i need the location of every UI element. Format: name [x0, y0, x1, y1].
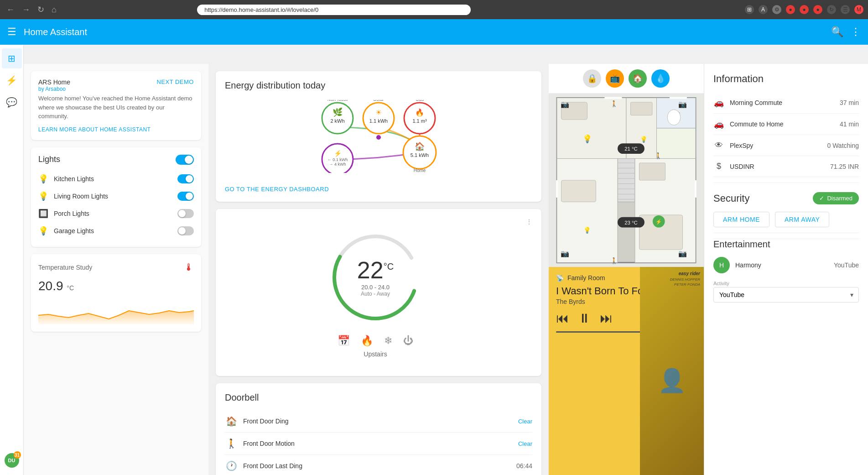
morning-commute-item: 🚗 Morning Commute 37 min	[713, 92, 859, 114]
commute-home-item: 🚗 Commute to Home 41 min	[713, 114, 859, 135]
floorplan-svg: Bath	[549, 94, 704, 267]
floorplan-home-button[interactable]: 🏠	[629, 69, 647, 88]
svg-text:2 kWh: 2 kWh	[330, 118, 344, 124]
album-title-text: easy rider DENNIS HOPPER PETER FONDA	[670, 271, 700, 287]
harmony-avatar: H	[713, 257, 730, 273]
disarmed-badge[interactable]: ✓ Disarmed	[813, 192, 859, 204]
usdinr-label: USDINR	[730, 163, 825, 170]
browser-icon-3: ⚙	[772, 5, 781, 14]
svg-point-43	[667, 110, 681, 125]
music-pause-button[interactable]: ⏸	[578, 311, 591, 326]
right-column: 🔒 📺 🏠 💧 Bath	[549, 64, 704, 475]
thermostat-snowflake-button[interactable]: ❄	[384, 335, 392, 347]
svg-text:💡: 💡	[640, 136, 648, 143]
svg-rect-40	[561, 180, 596, 202]
svg-rect-33	[657, 128, 696, 159]
thermostat-schedule-button[interactable]: 📅	[338, 335, 350, 347]
more-menu-button[interactable]: ⋮	[851, 26, 861, 38]
front-door-ding-clear[interactable]: Clear	[518, 418, 532, 425]
browser-icon-6: ●	[813, 5, 822, 14]
svg-rect-29	[557, 159, 618, 263]
svg-text:🔥: 🔥	[415, 108, 424, 117]
info-panel: Information 🚗 Morning Commute 37 min 🚗 C…	[704, 64, 868, 475]
usdinr-value: 71.25 INR	[830, 163, 859, 170]
sidebar-item-energy[interactable]: ⚡	[2, 70, 22, 90]
avatar-badge: 31	[14, 451, 21, 459]
svg-text:5.1 kWh: 5.1 kWh	[411, 152, 429, 158]
floorplan-lock-button[interactable]: 🔒	[583, 69, 601, 88]
svg-text:🚶: 🚶	[610, 257, 618, 265]
browser-icons: ⊞ A ⚙ ● ● ● ↻ ☰ M	[745, 5, 863, 14]
porch-lights-label: Porch Lights	[54, 210, 172, 217]
music-prev-button[interactable]: ⏮	[556, 311, 569, 326]
svg-text:💡: 💡	[582, 134, 593, 144]
sidebar-item-chat[interactable]: 💬	[2, 92, 22, 112]
sidebar: ⊞ ⚡ 💬 DU 31	[0, 45, 24, 475]
home-button[interactable]: ⌂	[50, 3, 58, 16]
temperature-value: 20.9 °C	[38, 279, 194, 293]
left-panel: ARS Home by Arsaboo NEXT DEMO Welcome ho…	[24, 64, 208, 475]
browser-chrome: ← → ↻ ⌂ https://demo.home-assistant.io/#…	[0, 0, 868, 19]
disarmed-label: Disarmed	[827, 195, 852, 202]
usdinr-icon: $	[713, 162, 724, 171]
porch-lights-toggle[interactable]	[177, 209, 194, 218]
energy-dashboard-link[interactable]: GO TO THE ENERGY DASHBOARD	[225, 186, 329, 193]
thermostat-flame-button[interactable]: 🔥	[361, 335, 373, 347]
usdinr-item: $ USDINR 71.25 INR	[713, 156, 859, 177]
morning-commute-label: Morning Commute	[730, 99, 834, 106]
svg-text:☀: ☀	[375, 109, 382, 116]
activity-select-wrapper: Activity YouTube Netflix Off	[713, 281, 859, 303]
search-button[interactable]: 🔍	[831, 26, 843, 38]
lights-master-toggle[interactable]	[176, 155, 194, 165]
svg-text:23 °C: 23 °C	[624, 220, 638, 225]
thermostat-name: Upstairs	[364, 350, 387, 358]
commute-home-value: 41 min	[840, 120, 859, 128]
svg-rect-28	[618, 159, 635, 202]
refresh-button[interactable]: ↻	[36, 3, 46, 16]
menu-button[interactable]: ☰	[7, 26, 16, 38]
browser-icon-5: ●	[800, 5, 809, 14]
info-security-divider	[713, 183, 859, 183]
avatar[interactable]: DU 31	[5, 453, 19, 468]
kitchen-lights-icon: 💡	[38, 174, 48, 184]
next-demo-button[interactable]: NEXT DEMO	[156, 78, 194, 85]
svg-text:Home: Home	[414, 168, 426, 173]
floorplan-drop-button[interactable]: 💧	[651, 69, 670, 88]
thermostat-more-button[interactable]: ⋮	[526, 218, 532, 225]
floorplan-controls: 🔒 📺 🏠 💧	[549, 64, 704, 94]
sidebar-item-overview[interactable]: ⊞	[2, 48, 22, 68]
arm-away-button[interactable]: ARM AWAY	[775, 212, 829, 227]
svg-text:📷: 📷	[678, 249, 687, 258]
energy-card: Energy distribution today	[216, 71, 541, 202]
front-door-motion-clear[interactable]: Clear	[518, 440, 532, 447]
svg-text:📷: 📷	[561, 100, 569, 109]
floorplan-tv-button[interactable]: 📺	[606, 69, 624, 88]
arm-home-button[interactable]: ARM HOME	[713, 212, 769, 227]
porch-lights-icon: 🔲	[38, 209, 48, 219]
address-bar[interactable]: https://demo.home-assistant.io/#/lovelac…	[197, 5, 471, 15]
garage-lights-toggle[interactable]	[177, 226, 194, 235]
back-button[interactable]: ←	[5, 3, 16, 16]
demo-by[interactable]: by Arsaboo	[38, 86, 70, 92]
harmony-value: YouTube	[834, 261, 859, 269]
living-room-lights-toggle[interactable]	[177, 192, 194, 201]
browser-icon-4: ●	[786, 5, 795, 14]
kitchen-lights-item: 💡 Kitchen Lights	[38, 170, 194, 188]
browser-icon-8: ☰	[841, 5, 850, 14]
thermostat-wrapper: 22°C 20.0 - 24.0 Auto - Away	[325, 227, 426, 328]
svg-text:🚶: 🚶	[655, 152, 662, 160]
commute-home-label: Commute to Home	[730, 120, 834, 128]
front-door-last-ding-icon: 🕐	[225, 460, 238, 471]
svg-text:⚡: ⚡	[334, 150, 342, 157]
doorbell-item-ding: 🏠 Front Door Ding Clear	[225, 410, 532, 433]
forward-button[interactable]: →	[20, 3, 32, 16]
activity-select[interactable]: YouTube Netflix Off	[713, 287, 859, 303]
app-header: ☰ Home Assistant 🔍 ⋮	[0, 19, 868, 45]
thermostat-power-button[interactable]: ⏻	[403, 335, 413, 347]
learn-more-link[interactable]: LEARN MORE ABOUT HOME ASSISTANT	[38, 126, 194, 133]
music-next-button[interactable]: ⏭	[600, 311, 613, 326]
svg-text:Solar: Solar	[373, 100, 384, 102]
lights-card: Lights 💡 Kitchen Lights 💡 Living Room Li…	[31, 147, 201, 247]
kitchen-lights-toggle[interactable]	[177, 174, 194, 183]
energy-title: Energy distribution today	[225, 80, 532, 91]
